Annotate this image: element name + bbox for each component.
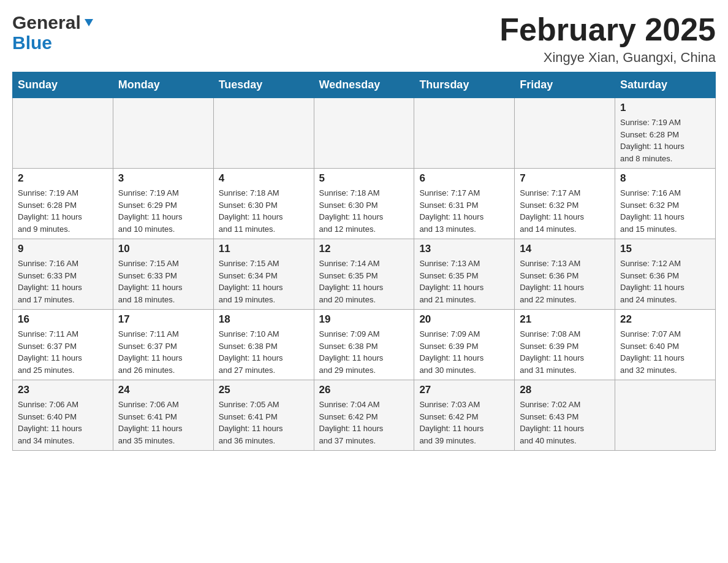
calendar-header-tuesday: Tuesday bbox=[213, 72, 314, 98]
calendar-day-cell: 8Sunrise: 7:16 AMSunset: 6:32 PMDaylight… bbox=[615, 169, 716, 239]
day-number: 25 bbox=[219, 384, 309, 396]
calendar-day-cell bbox=[515, 98, 615, 169]
calendar-day-cell: 12Sunrise: 7:14 AMSunset: 6:35 PMDayligh… bbox=[314, 239, 414, 310]
calendar-day-cell: 11Sunrise: 7:15 AMSunset: 6:34 PMDayligh… bbox=[213, 239, 314, 310]
day-number: 6 bbox=[419, 172, 509, 185]
day-info: Sunrise: 7:16 AMSunset: 6:32 PMDaylight:… bbox=[620, 187, 710, 235]
calendar-day-cell: 6Sunrise: 7:17 AMSunset: 6:31 PMDaylight… bbox=[414, 169, 515, 239]
calendar-day-cell: 4Sunrise: 7:18 AMSunset: 6:30 PMDaylight… bbox=[213, 169, 314, 239]
calendar-day-cell bbox=[314, 98, 414, 169]
calendar-header-monday: Monday bbox=[113, 72, 213, 98]
calendar-week-row: 23Sunrise: 7:06 AMSunset: 6:40 PMDayligh… bbox=[13, 380, 716, 451]
calendar-week-row: 9Sunrise: 7:16 AMSunset: 6:33 PMDaylight… bbox=[13, 239, 716, 310]
day-info: Sunrise: 7:14 AMSunset: 6:35 PMDaylight:… bbox=[319, 258, 409, 305]
day-number: 21 bbox=[520, 313, 610, 326]
calendar-day-cell: 22Sunrise: 7:07 AMSunset: 6:40 PMDayligh… bbox=[615, 310, 716, 380]
calendar-day-cell bbox=[615, 380, 716, 451]
calendar-day-cell: 15Sunrise: 7:12 AMSunset: 6:36 PMDayligh… bbox=[615, 239, 716, 310]
day-info: Sunrise: 7:08 AMSunset: 6:39 PMDaylight:… bbox=[520, 328, 610, 376]
day-number: 9 bbox=[18, 243, 108, 255]
day-number: 20 bbox=[419, 313, 509, 326]
page-header: General Blue February 2025 Xingye Xian, … bbox=[12, 12, 716, 66]
calendar-day-cell: 27Sunrise: 7:03 AMSunset: 6:42 PMDayligh… bbox=[414, 380, 515, 451]
calendar-header-saturday: Saturday bbox=[615, 72, 716, 98]
calendar-day-cell: 19Sunrise: 7:09 AMSunset: 6:38 PMDayligh… bbox=[314, 310, 414, 380]
day-number: 15 bbox=[620, 243, 710, 255]
day-number: 19 bbox=[319, 313, 409, 326]
day-info: Sunrise: 7:15 AMSunset: 6:33 PMDaylight:… bbox=[118, 258, 208, 305]
calendar-day-cell: 26Sunrise: 7:04 AMSunset: 6:42 PMDayligh… bbox=[314, 380, 414, 451]
day-info: Sunrise: 7:11 AMSunset: 6:37 PMDaylight:… bbox=[118, 328, 208, 376]
day-number: 26 bbox=[319, 384, 409, 396]
day-info: Sunrise: 7:09 AMSunset: 6:39 PMDaylight:… bbox=[419, 328, 509, 376]
calendar-day-cell: 1Sunrise: 7:19 AMSunset: 6:28 PMDaylight… bbox=[615, 98, 716, 169]
calendar-header-friday: Friday bbox=[515, 72, 615, 98]
day-number: 5 bbox=[319, 172, 409, 185]
calendar-day-cell: 23Sunrise: 7:06 AMSunset: 6:40 PMDayligh… bbox=[13, 380, 113, 451]
day-info: Sunrise: 7:07 AMSunset: 6:40 PMDaylight:… bbox=[620, 328, 710, 376]
day-info: Sunrise: 7:18 AMSunset: 6:30 PMDaylight:… bbox=[219, 187, 309, 235]
day-info: Sunrise: 7:18 AMSunset: 6:30 PMDaylight:… bbox=[319, 187, 409, 235]
calendar-day-cell: 21Sunrise: 7:08 AMSunset: 6:39 PMDayligh… bbox=[515, 310, 615, 380]
day-number: 16 bbox=[18, 313, 108, 326]
day-info: Sunrise: 7:11 AMSunset: 6:37 PMDaylight:… bbox=[18, 328, 108, 376]
calendar-header-row: SundayMondayTuesdayWednesdayThursdayFrid… bbox=[13, 72, 716, 98]
calendar-day-cell bbox=[414, 98, 515, 169]
title-block: February 2025 Xingye Xian, Guangxi, Chin… bbox=[499, 12, 716, 66]
calendar-table: SundayMondayTuesdayWednesdayThursdayFrid… bbox=[12, 72, 716, 451]
day-number: 17 bbox=[118, 313, 208, 326]
calendar-week-row: 16Sunrise: 7:11 AMSunset: 6:37 PMDayligh… bbox=[13, 310, 716, 380]
day-info: Sunrise: 7:06 AMSunset: 6:41 PMDaylight:… bbox=[118, 399, 208, 446]
day-number: 11 bbox=[219, 243, 309, 255]
day-number: 2 bbox=[18, 172, 108, 185]
calendar-week-row: 2Sunrise: 7:19 AMSunset: 6:28 PMDaylight… bbox=[13, 169, 716, 239]
day-number: 8 bbox=[620, 172, 710, 185]
day-info: Sunrise: 7:03 AMSunset: 6:42 PMDaylight:… bbox=[419, 399, 509, 446]
calendar-day-cell: 16Sunrise: 7:11 AMSunset: 6:37 PMDayligh… bbox=[13, 310, 113, 380]
day-info: Sunrise: 7:06 AMSunset: 6:40 PMDaylight:… bbox=[18, 399, 108, 446]
calendar-day-cell: 9Sunrise: 7:16 AMSunset: 6:33 PMDaylight… bbox=[13, 239, 113, 310]
day-info: Sunrise: 7:10 AMSunset: 6:38 PMDaylight:… bbox=[219, 328, 309, 376]
calendar-day-cell: 18Sunrise: 7:10 AMSunset: 6:38 PMDayligh… bbox=[213, 310, 314, 380]
day-number: 12 bbox=[319, 243, 409, 255]
day-info: Sunrise: 7:05 AMSunset: 6:41 PMDaylight:… bbox=[219, 399, 309, 446]
calendar-header-sunday: Sunday bbox=[13, 72, 113, 98]
calendar-day-cell bbox=[113, 98, 213, 169]
day-info: Sunrise: 7:19 AMSunset: 6:28 PMDaylight:… bbox=[620, 117, 710, 164]
calendar-header-thursday: Thursday bbox=[414, 72, 515, 98]
day-number: 28 bbox=[520, 384, 610, 396]
calendar-day-cell: 17Sunrise: 7:11 AMSunset: 6:37 PMDayligh… bbox=[113, 310, 213, 380]
day-info: Sunrise: 7:19 AMSunset: 6:29 PMDaylight:… bbox=[118, 187, 208, 235]
calendar-week-row: 1Sunrise: 7:19 AMSunset: 6:28 PMDaylight… bbox=[13, 98, 716, 169]
calendar-header-wednesday: Wednesday bbox=[314, 72, 414, 98]
day-number: 23 bbox=[18, 384, 108, 396]
day-info: Sunrise: 7:17 AMSunset: 6:31 PMDaylight:… bbox=[419, 187, 509, 235]
logo-blue-text: Blue bbox=[12, 33, 52, 53]
day-number: 13 bbox=[419, 243, 509, 255]
day-info: Sunrise: 7:13 AMSunset: 6:35 PMDaylight:… bbox=[419, 258, 509, 305]
calendar-day-cell: 3Sunrise: 7:19 AMSunset: 6:29 PMDaylight… bbox=[113, 169, 213, 239]
day-info: Sunrise: 7:19 AMSunset: 6:28 PMDaylight:… bbox=[18, 187, 108, 235]
day-number: 7 bbox=[520, 172, 610, 185]
calendar-day-cell: 20Sunrise: 7:09 AMSunset: 6:39 PMDayligh… bbox=[414, 310, 515, 380]
calendar-day-cell: 2Sunrise: 7:19 AMSunset: 6:28 PMDaylight… bbox=[13, 169, 113, 239]
day-info: Sunrise: 7:02 AMSunset: 6:43 PMDaylight:… bbox=[520, 399, 610, 446]
day-info: Sunrise: 7:04 AMSunset: 6:42 PMDaylight:… bbox=[319, 399, 409, 446]
calendar-day-cell bbox=[13, 98, 113, 169]
location-title: Xingye Xian, Guangxi, China bbox=[499, 50, 716, 66]
day-info: Sunrise: 7:15 AMSunset: 6:34 PMDaylight:… bbox=[219, 258, 309, 305]
calendar-day-cell: 13Sunrise: 7:13 AMSunset: 6:35 PMDayligh… bbox=[414, 239, 515, 310]
svg-marker-0 bbox=[85, 19, 93, 26]
day-number: 14 bbox=[520, 243, 610, 255]
day-info: Sunrise: 7:13 AMSunset: 6:36 PMDaylight:… bbox=[520, 258, 610, 305]
day-number: 3 bbox=[118, 172, 208, 185]
calendar-day-cell: 7Sunrise: 7:17 AMSunset: 6:32 PMDaylight… bbox=[515, 169, 615, 239]
logo-arrow-icon bbox=[82, 15, 96, 29]
calendar-day-cell: 28Sunrise: 7:02 AMSunset: 6:43 PMDayligh… bbox=[515, 380, 615, 451]
calendar-day-cell bbox=[213, 98, 314, 169]
logo-general-text: General bbox=[12, 12, 81, 33]
month-title: February 2025 bbox=[499, 12, 716, 47]
calendar-day-cell: 10Sunrise: 7:15 AMSunset: 6:33 PMDayligh… bbox=[113, 239, 213, 310]
day-info: Sunrise: 7:16 AMSunset: 6:33 PMDaylight:… bbox=[18, 258, 108, 305]
calendar-day-cell: 24Sunrise: 7:06 AMSunset: 6:41 PMDayligh… bbox=[113, 380, 213, 451]
